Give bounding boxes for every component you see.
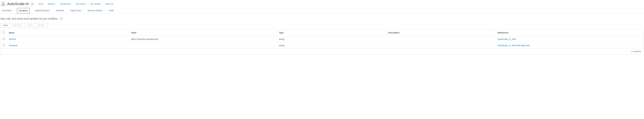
column-header-references[interactable]: References [496,30,644,36]
tab-input-form[interactable]: Input Form [69,8,82,14]
column-header-name[interactable]: Name [7,30,129,36]
table-footer: 2 variables [0,48,644,54]
schedule-action[interactable]: SCHEDULE [60,3,71,5]
page-header: AutoScale-In RUN DEBUG SCHEDULE VALIDATE… [0,0,644,8]
row-checkbox[interactable] [2,44,5,46]
variable-type-cell: string [277,36,386,42]
row-select-cell [0,42,7,49]
info-icon[interactable]: i [60,17,62,20]
header-actions: RUN DEBUG SCHEDULE VALIDATE ALL RUNS DEL… [39,3,114,5]
page-description: View, edit, and create local variables f… [0,17,58,20]
copy-button[interactable]: COPY [24,23,36,28]
column-header-description[interactable]: Description [386,30,496,36]
table-header-row: Name Value Type Description References [0,30,644,36]
tab-schema[interactable]: Schema [55,8,65,14]
delete-action[interactable]: DELETE [106,3,114,5]
variables-table: Name Value Type Description References v… [0,30,644,48]
tab-bar: Summary Variables Inputs/Outputs Schema … [0,8,644,14]
validate-action[interactable]: VALIDATE [76,3,86,5]
table-row: vmname string AutoScale_In_vRA,Get Input… [0,42,644,49]
variable-references-cell[interactable]: AutoScale_In_vRA,Get Input Info [496,42,644,49]
select-all-checkbox[interactable] [2,31,5,34]
delete-button[interactable]: DELETE [11,23,24,28]
toolbar-group: NEW DELETE COPY PASTE [0,23,48,28]
variable-description-cell [386,42,496,49]
paste-button[interactable]: PASTE [36,23,48,28]
tab-inputs-outputs[interactable]: Inputs/Outputs [34,8,50,14]
table-row: vRAUrl https://vra8.lab.sentania.net str… [0,36,644,42]
tab-version-history[interactable]: Version History [86,8,103,14]
column-header-value[interactable]: Value [129,30,277,36]
tab-summary[interactable]: Summary [1,8,12,14]
row-select-cell [0,36,7,42]
debug-action[interactable]: DEBUG [48,3,55,5]
svg-rect-2 [4,5,5,6]
variable-name-cell[interactable]: vmname [7,42,129,49]
variable-name-cell[interactable]: vRAUrl [7,36,129,42]
page-description-row: View, edit, and create local variables f… [0,14,644,23]
column-header-type[interactable]: Type [277,30,386,36]
favorite-star-icon[interactable] [31,2,34,6]
workflow-icon [1,1,6,7]
select-all-header [0,30,7,36]
svg-rect-0 [2,2,4,3]
new-button[interactable]: NEW [0,23,11,28]
variable-references-cell[interactable]: AutoScale_In_vRA [496,36,644,42]
variable-type-cell: string [277,42,386,49]
variable-value-cell [129,42,277,49]
svg-rect-1 [2,5,3,6]
tab-audit[interactable]: Audit [108,8,115,14]
all-runs-action[interactable]: ALL RUNS [90,3,101,5]
variables-table-wrap: Name Value Type Description References v… [0,30,644,55]
run-action[interactable]: RUN [39,3,43,5]
variable-value-cell: https://vra8.lab.sentania.net [129,36,277,42]
variable-description-cell [386,36,496,42]
toolbar: NEW DELETE COPY PASTE [0,23,644,30]
svg-marker-7 [31,3,34,5]
page-title: AutoScale-In [7,2,29,6]
row-checkbox[interactable] [2,38,5,40]
tab-variables[interactable]: Variables [17,8,30,14]
